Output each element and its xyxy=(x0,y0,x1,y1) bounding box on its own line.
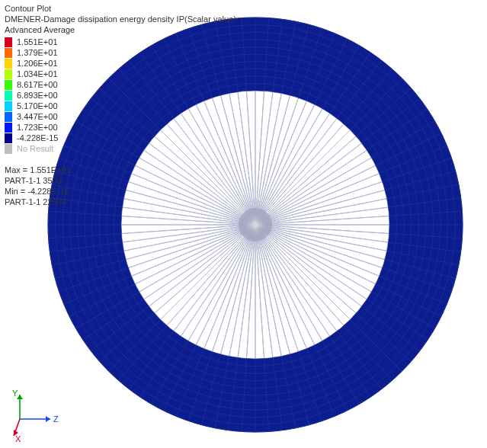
legend-swatch xyxy=(5,123,12,133)
legend-row: 8.617E+00 xyxy=(5,79,58,90)
plot-subtitle: DMENER-Damage dissipation energy density… xyxy=(5,14,236,24)
legend-label: No Result xyxy=(17,144,53,153)
legend-label: 1.206E+01 xyxy=(17,59,58,68)
legend-swatch xyxy=(5,144,12,154)
legend-label: 1.723E+00 xyxy=(17,123,58,132)
legend-swatch xyxy=(5,101,12,111)
legend-swatch xyxy=(5,48,12,58)
min-value: Min = -4.228E-15 xyxy=(5,186,71,197)
legend-row: 5.170E+00 xyxy=(5,101,58,111)
legend-row: 1.723E+00 xyxy=(5,122,58,133)
legend-swatch xyxy=(5,80,12,90)
legend-label: 3.447E+00 xyxy=(17,112,58,121)
plot-averaging: Advanced Average xyxy=(5,24,236,35)
max-location: PART-1-1 3500 xyxy=(5,175,71,186)
viewport: Contour Plot DMENER-Damage dissipation e… xyxy=(0,0,487,448)
legend-label: 1.379E+01 xyxy=(17,48,58,57)
axis-y-label: Y xyxy=(12,389,18,398)
legend-label: 1.551E+01 xyxy=(17,37,58,46)
legend-label: 5.170E+00 xyxy=(17,101,58,110)
axis-triad-icon: Z Y X xyxy=(6,389,67,442)
plot-title: Contour Plot xyxy=(5,3,236,14)
legend-row-no-result: No Result xyxy=(5,143,58,154)
legend-label: 8.617E+00 xyxy=(17,80,58,89)
legend-row: 1.206E+01 xyxy=(5,58,58,69)
legend-row: 6.893E+00 xyxy=(5,90,58,101)
min-location: PART-1-1 22534 xyxy=(5,197,71,207)
legend-swatch xyxy=(5,112,12,122)
legend-swatch xyxy=(5,133,12,143)
legend-label: 6.893E+00 xyxy=(17,91,58,100)
legend-swatch xyxy=(5,59,12,69)
axis-z-label: Z xyxy=(53,414,59,424)
svg-marker-206 xyxy=(46,416,50,422)
legend-row: -4.228E-15 xyxy=(5,133,58,143)
legend-swatch xyxy=(5,91,12,101)
axis-x-label: X xyxy=(15,434,21,442)
legend-row: 1.379E+01 xyxy=(5,47,58,58)
legend-label: 1.034E+01 xyxy=(17,69,58,78)
plot-header: Contour Plot DMENER-Damage dissipation e… xyxy=(5,3,236,35)
result-stats: Max = 1.551E+01 PART-1-1 3500 Min = -4.2… xyxy=(5,165,71,207)
legend-row: 3.447E+00 xyxy=(5,111,58,122)
legend-row: 1.551E+01 xyxy=(5,37,58,47)
max-value: Max = 1.551E+01 xyxy=(5,165,71,175)
legend-swatch xyxy=(5,69,12,79)
legend-row: 1.034E+01 xyxy=(5,69,58,79)
contour-disc xyxy=(0,0,487,448)
legend-swatch xyxy=(5,37,12,47)
color-legend: 1.551E+011.379E+011.206E+011.034E+018.61… xyxy=(5,37,58,154)
legend-label: -4.228E-15 xyxy=(17,133,58,142)
